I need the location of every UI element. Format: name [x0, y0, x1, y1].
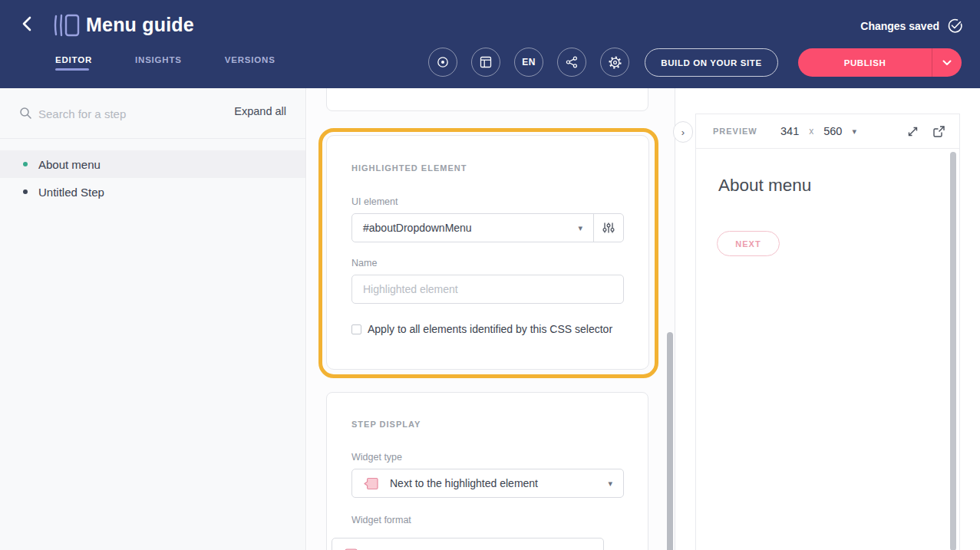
tab-versions[interactable]: VERSIONS	[225, 55, 276, 75]
caret-down-icon: ▾	[852, 127, 856, 137]
settings-button[interactable]	[600, 48, 629, 77]
build-on-your-site-button[interactable]: BUILD ON YOUR SITE	[645, 48, 778, 77]
step-status-dot	[23, 189, 28, 194]
publish-button-group: PUBLISH	[798, 48, 962, 77]
ui-element-value: #aboutDropdownMenu	[363, 222, 578, 234]
chevron-right-icon: ›	[681, 127, 685, 138]
tab-insights[interactable]: INSIGHTS	[135, 55, 182, 75]
apply-all-checkbox-row[interactable]: Apply to all elements identified by this…	[351, 323, 624, 335]
step-search-row: Expand all	[0, 88, 305, 139]
ui-element-select[interactable]: #aboutDropdownMenu ▾	[352, 214, 593, 242]
step-list: About menu Untitled Step	[0, 139, 305, 206]
expand-arrows-icon	[906, 125, 919, 138]
back-button[interactable]	[20, 15, 41, 37]
header-tabs: EDITOR INSIGHTS VERSIONS	[55, 55, 276, 75]
layout-icon	[480, 56, 492, 68]
preview-title: PREVIEW	[713, 127, 780, 136]
widget-type-select[interactable]: Next to the highlighted element ▾	[351, 469, 624, 498]
share-icon	[566, 56, 578, 68]
preview-scrollbar-thumb[interactable]	[950, 152, 956, 550]
language-button[interactable]: EN	[514, 48, 543, 77]
preview-eye-button[interactable]	[428, 48, 457, 77]
highlighted-element-card: HIGHLIGHTED ELEMENT UI element #aboutDro…	[326, 135, 649, 370]
expand-all-link[interactable]: Expand all	[234, 105, 286, 117]
step-item-about-menu[interactable]: About menu	[0, 150, 305, 178]
layout-button[interactable]	[471, 48, 500, 77]
step-item-untitled-step[interactable]: Untitled Step	[0, 178, 305, 206]
highlighted-element-outline: HIGHLIGHTED ELEMENT UI element #aboutDro…	[318, 128, 658, 378]
preview-width-value: 341	[780, 125, 799, 137]
element-name-input[interactable]	[351, 275, 624, 304]
step-display-card: STEP DISPLAY Widget type Next to the hig…	[326, 392, 648, 550]
preview-height-value: 560	[823, 125, 842, 137]
language-label: EN	[522, 57, 536, 68]
search-input[interactable]	[38, 104, 215, 124]
widget-type-label: Widget type	[351, 452, 623, 463]
collapse-preview-button[interactable]: ›	[673, 121, 693, 143]
ui-element-select-row: #aboutDropdownMenu ▾	[351, 213, 624, 242]
checkbox-unchecked[interactable]	[351, 324, 361, 334]
preview-next-button[interactable]: NEXT	[717, 231, 780, 256]
app-header: Menu guide EDITOR INSIGHTS VERSIONS EN	[0, 0, 980, 88]
widget-format-label: Widget format	[351, 515, 623, 525]
chevron-left-icon	[20, 15, 35, 32]
preview-step-title: About menu	[718, 176, 811, 196]
section-title: STEP DISPLAY	[351, 420, 623, 429]
caret-down-icon: ▾	[608, 479, 612, 489]
widget-format-select[interactable]	[332, 538, 604, 550]
caret-down-icon: ▾	[578, 223, 582, 233]
preview-panel: PREVIEW 341 x 560 ▾	[695, 114, 960, 550]
open-in-new-window-button[interactable]	[932, 125, 945, 138]
step-editor-panel: HIGHLIGHTED ELEMENT UI element #aboutDro…	[307, 88, 675, 550]
step-status-dot	[23, 162, 28, 166]
step-label: Untitled Step	[38, 186, 104, 199]
section-title: HIGHLIGHTED ELEMENT	[351, 163, 624, 173]
save-status-text: Changes saved	[860, 20, 939, 32]
share-button[interactable]	[557, 48, 586, 77]
header-icon-toolbar: EN	[428, 48, 629, 77]
external-link-icon	[932, 125, 945, 138]
selector-settings-button[interactable]	[593, 214, 623, 242]
preview-size-dropdown[interactable]: 341 x 560 ▾	[780, 125, 856, 137]
gear-icon	[609, 56, 622, 69]
preview-actions	[906, 125, 945, 138]
preview-header: PREVIEW 341 x 560 ▾	[696, 114, 959, 149]
editor-scrollbar-thumb[interactable]	[667, 332, 673, 550]
name-label: Name	[351, 258, 624, 268]
preview-size-separator: x	[809, 126, 813, 137]
sliders-icon	[602, 222, 615, 234]
tooltip-widget-icon	[363, 476, 379, 491]
widget-type-value: Next to the highlighted element	[390, 477, 608, 489]
check-circle-icon	[947, 18, 963, 34]
ui-element-label: UI element	[351, 196, 624, 207]
step-label: About menu	[38, 158, 101, 171]
publish-button[interactable]: PUBLISH	[798, 48, 932, 77]
eye-icon	[436, 55, 450, 69]
tour-logo-icon	[52, 13, 81, 41]
checkbox-label: Apply to all elements identified by this…	[368, 323, 612, 335]
chevron-down-icon	[942, 60, 952, 66]
publish-dropdown-button[interactable]	[932, 48, 962, 77]
widget-format-icon	[343, 547, 358, 550]
save-status: Changes saved	[860, 18, 963, 34]
search-icon	[19, 107, 32, 120]
tab-editor[interactable]: EDITOR	[55, 55, 92, 75]
previous-settings-card	[326, 88, 648, 111]
page-title: Menu guide	[86, 14, 194, 36]
fullscreen-button[interactable]	[906, 125, 919, 138]
steps-sidebar: Expand all About menu Untitled Step	[0, 88, 306, 550]
